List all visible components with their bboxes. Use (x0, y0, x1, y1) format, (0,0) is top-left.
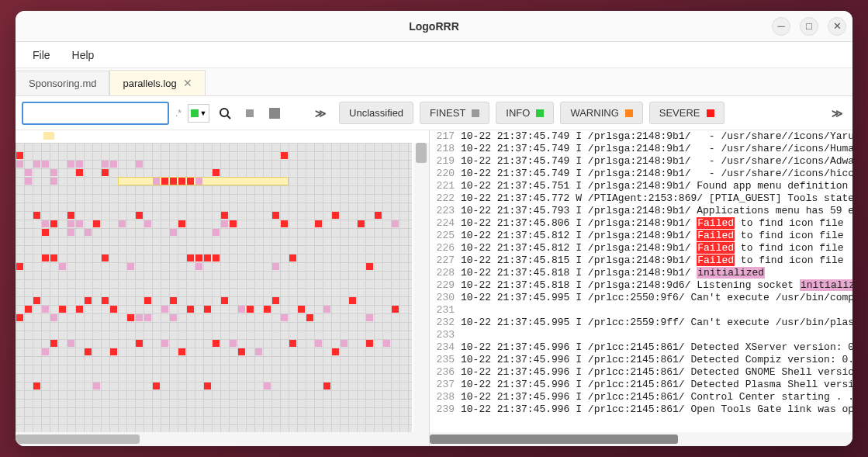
heatmap-cell[interactable] (272, 212, 279, 219)
heatmap-cell[interactable] (187, 254, 194, 261)
heatmap-cell[interactable] (281, 220, 288, 227)
heatmap-cell[interactable] (247, 306, 254, 313)
log-line[interactable]: 22510-22 21:37:45.812 I /prlsga:2148:9b1… (430, 230, 852, 242)
heatmap-cell[interactable] (16, 263, 23, 270)
heatmap-cell[interactable] (16, 161, 23, 168)
log-line[interactable]: 23710-22 21:37:45.996 I /prlcc:2145:861/… (430, 379, 852, 391)
heatmap-cell[interactable] (85, 348, 92, 355)
heatmap-cell[interactable] (136, 161, 143, 168)
heatmap-cell[interactable] (25, 169, 32, 176)
heatmap-cell[interactable] (136, 340, 143, 347)
log-line[interactable]: 22610-22 21:37:45.812 I /prlsga:2148:9b1… (430, 242, 852, 254)
stop-small-button[interactable] (240, 104, 259, 123)
minimize-button[interactable]: ─ (772, 17, 790, 36)
heatmap-cell[interactable] (178, 220, 185, 227)
heatmap-cell[interactable] (323, 306, 330, 313)
heatmap-cell[interactable] (230, 220, 237, 227)
heatmap-cell[interactable] (127, 314, 134, 321)
heatmap-cell[interactable] (281, 314, 288, 321)
heatmap-cell[interactable] (392, 220, 399, 227)
heatmap-cell[interactable] (281, 152, 288, 159)
heatmap-cell[interactable] (76, 306, 83, 313)
prev-icon[interactable]: ≫ (312, 107, 330, 119)
heatmap-cell[interactable] (161, 306, 168, 313)
heatmap-cell[interactable] (204, 254, 211, 261)
log-line[interactable]: 23610-22 21:37:45.996 I /prlcc:2145:861/… (430, 366, 852, 379)
stop-big-button[interactable] (265, 104, 284, 123)
heatmap-cell[interactable] (238, 348, 245, 355)
tab-parallels-log[interactable]: parallels.log✕ (109, 70, 205, 95)
heatmap-cell[interactable] (144, 314, 151, 321)
heatmap-cell[interactable] (76, 169, 83, 176)
log-line[interactable]: 21710-22 21:37:45.749 I /prlsga:2148:9b1… (430, 130, 852, 143)
heatmap-cell[interactable] (85, 229, 92, 236)
heatmap-cell[interactable] (213, 169, 220, 176)
heatmap-cell[interactable] (178, 178, 185, 185)
heatmap-cell[interactable] (42, 229, 49, 236)
heatmap-cell[interactable] (67, 161, 74, 168)
close-button[interactable]: ✕ (828, 17, 846, 36)
heatmap-cell[interactable] (50, 178, 57, 185)
heatmap-cell[interactable] (375, 212, 382, 219)
heatmap-cell[interactable] (93, 383, 100, 389)
heatmap-cell[interactable] (144, 220, 151, 227)
heatmap-cell[interactable] (59, 306, 66, 313)
heatmap-cell[interactable] (264, 383, 271, 389)
heatmap-cell[interactable] (50, 314, 57, 321)
log-line[interactable]: 22810-22 21:37:45.818 I /prlsga:2148:9b1… (430, 267, 852, 279)
heatmap-vscroll-thumb[interactable] (416, 143, 427, 163)
heatmap-cell[interactable] (195, 178, 202, 185)
log-line[interactable]: 23910-22 21:37:45.996 I /prlcc:2145:861/… (430, 403, 852, 416)
heatmap-cell[interactable] (383, 340, 390, 347)
next-icon[interactable]: ≫ (828, 107, 846, 119)
heatmap-cell[interactable] (67, 229, 74, 236)
filter-severe[interactable]: SEVERE (649, 102, 724, 124)
heatmap-cell[interactable] (195, 254, 202, 261)
heatmap-cell[interactable] (16, 152, 23, 159)
heatmap[interactable] (16, 143, 429, 446)
heatmap-cell[interactable] (33, 161, 40, 168)
heatmap-cell[interactable] (25, 306, 32, 313)
search-icon[interactable] (216, 104, 234, 123)
log-lines[interactable]: 21710-22 21:37:45.749 I /prlsga:2148:9b1… (430, 130, 852, 432)
log-line[interactable]: 21810-22 21:37:45.749 I /prlsga:2148:9b1… (430, 143, 852, 155)
heatmap-cell[interactable] (213, 229, 220, 236)
log-line[interactable]: 231 (430, 304, 852, 317)
menu-file[interactable]: File (22, 44, 61, 66)
heatmap-cell[interactable] (110, 161, 117, 168)
heatmap-cell[interactable] (315, 220, 322, 227)
heatmap-cell[interactable] (366, 340, 373, 347)
log-line[interactable]: 23010-22 21:37:45.995 I /prlcc:2550:9f6/… (430, 292, 852, 304)
heatmap-cell[interactable] (264, 306, 271, 313)
heatmap-cell[interactable] (298, 306, 305, 313)
heatmap-cell[interactable] (119, 220, 126, 227)
heatmap-hscroll-thumb[interactable] (16, 434, 140, 444)
maximize-button[interactable]: □ (800, 17, 818, 36)
heatmap-cell[interactable] (366, 263, 373, 270)
heatmap-cell[interactable] (170, 178, 177, 185)
log-line[interactable]: 22110-22 21:37:45.751 I /prlsga:2148:9b1… (430, 180, 852, 192)
heatmap-cell[interactable] (272, 297, 279, 304)
heatmap-cell[interactable] (42, 161, 49, 168)
log-line[interactable]: 22210-22 21:37:45.772 W /PTIAgent:2153:8… (430, 192, 852, 205)
log-line[interactable]: 233 (430, 329, 852, 341)
tab-sponsoring-md[interactable]: Sponsoring.md (16, 71, 109, 95)
heatmap-cell[interactable] (76, 161, 83, 168)
heatmap-cell[interactable] (238, 306, 245, 313)
heatmap-cell[interactable] (25, 178, 32, 185)
heatmap-cell[interactable] (187, 178, 194, 185)
heatmap-cell[interactable] (102, 161, 109, 168)
heatmap-cell[interactable] (102, 297, 109, 304)
heatmap-cell[interactable] (50, 220, 57, 227)
log-line[interactable]: 22910-22 21:37:45.818 I /prlsga:2148:9d6… (430, 279, 852, 292)
heatmap-cell[interactable] (255, 348, 262, 355)
log-hscroll-thumb[interactable] (430, 434, 678, 444)
heatmap-cell[interactable] (341, 340, 348, 347)
heatmap-cell[interactable] (85, 297, 92, 304)
heatmap-cell[interactable] (358, 220, 365, 227)
heatmap-cell[interactable] (170, 314, 177, 321)
heatmap-cell[interactable] (204, 306, 211, 313)
heatmap-cell[interactable] (42, 220, 49, 227)
heatmap-cell[interactable] (67, 212, 74, 219)
heatmap-cell[interactable] (170, 229, 177, 236)
